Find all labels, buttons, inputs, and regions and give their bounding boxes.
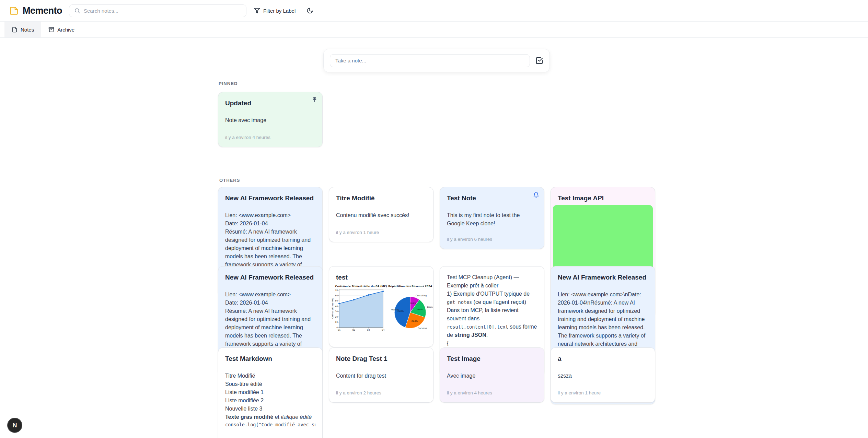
note-title: a bbox=[558, 355, 648, 363]
note-timestamp: il y a environ 1 heure bbox=[558, 386, 648, 395]
note-content: Content for drag test bbox=[336, 372, 426, 380]
svg-text:60: 60 bbox=[335, 294, 338, 296]
svg-text:50: 50 bbox=[335, 299, 338, 302]
note-title: Note Drag Test 1 bbox=[336, 355, 426, 363]
pie-chart: Répartition des Revenus 202410.0%Consult… bbox=[388, 284, 432, 335]
note-content: Avec image bbox=[447, 372, 537, 380]
tab-archive-label: Archive bbox=[57, 27, 74, 33]
svg-text:30: 30 bbox=[335, 310, 338, 312]
archive-icon bbox=[48, 27, 54, 33]
svg-text:40: 40 bbox=[335, 305, 338, 307]
note-card-test-image[interactable]: Test Image Avec image il y a environ 4 h… bbox=[440, 347, 544, 403]
note-content: szsza bbox=[558, 372, 648, 380]
note-title: New AI Framework Released bbox=[558, 273, 648, 282]
note-card-test-charts[interactable]: test Croissance Trimestrielle du CA (M€)… bbox=[329, 266, 433, 347]
note-title: Updated bbox=[225, 99, 315, 107]
svg-text:Produits: Produits bbox=[391, 308, 399, 311]
svg-text:10.0%: 10.0% bbox=[410, 302, 417, 304]
svg-text:Q4: Q4 bbox=[382, 329, 385, 331]
note-title: New AI Framework Released bbox=[225, 194, 315, 202]
funnel-icon bbox=[254, 8, 260, 14]
app-logo: Memento bbox=[9, 5, 62, 16]
note-timestamp: il y a environ 2 heures bbox=[336, 386, 426, 395]
note-content: Contenu modifié avec succès! bbox=[336, 211, 426, 220]
svg-text:25.0%: 25.0% bbox=[412, 320, 418, 322]
tab-archive[interactable]: Archive bbox=[41, 22, 82, 37]
pinned-section-label: PINNED bbox=[219, 81, 238, 86]
search-input[interactable] bbox=[84, 8, 241, 14]
tab-bar: Notes Archive bbox=[0, 22, 868, 38]
note-card-test-markdown[interactable]: Test Markdown Titre Modifié Sous-titre é… bbox=[218, 347, 323, 438]
note-title: test bbox=[336, 273, 426, 282]
check-square-icon bbox=[535, 57, 543, 64]
svg-text:Licenses: Licenses bbox=[427, 306, 434, 308]
svg-text:Croissance Trimestrielle du CA: Croissance Trimestrielle du CA (M€) bbox=[335, 285, 387, 288]
note-composer[interactable] bbox=[323, 49, 550, 72]
note-card-test-note[interactable]: Test Note This is my first note to test … bbox=[440, 187, 544, 249]
moon-icon bbox=[306, 7, 313, 14]
app-header: Memento Filter by Label bbox=[0, 0, 868, 22]
reminder-bell-icon[interactable] bbox=[533, 192, 539, 198]
note-content: Titre Modifié Sous-titre édité Liste mod… bbox=[225, 372, 315, 428]
search-icon bbox=[74, 8, 80, 14]
svg-text:Q3: Q3 bbox=[367, 329, 370, 331]
note-content: Note avec image bbox=[225, 116, 315, 125]
note-card-a[interactable]: a szsza il y a environ 1 heure bbox=[551, 347, 655, 403]
note-timestamp: il y a environ 4 heures bbox=[447, 386, 537, 395]
svg-text:20: 20 bbox=[335, 316, 338, 318]
search-box[interactable] bbox=[69, 4, 246, 17]
svg-text:Q2: Q2 bbox=[352, 329, 355, 331]
svg-text:70: 70 bbox=[335, 289, 338, 291]
filter-by-label-text: Filter by Label bbox=[263, 8, 296, 14]
note-title: Test Image bbox=[447, 355, 537, 363]
user-avatar[interactable]: N bbox=[7, 418, 22, 433]
svg-text:Consulting: Consulting bbox=[416, 294, 427, 297]
note-card-titre-modifie[interactable]: Titre Modifié Contenu modifié avec succè… bbox=[329, 187, 433, 242]
note-title: Titre Modifié bbox=[336, 194, 426, 202]
notes-board: PINNED Updated Note avec image il y a en… bbox=[218, 38, 655, 438]
svg-text:0: 0 bbox=[336, 326, 338, 329]
svg-text:Répartition des Revenus 2024: Répartition des Revenus 2024 bbox=[388, 285, 432, 288]
svg-text:20.0%: 20.0% bbox=[416, 308, 423, 310]
note-card-note-drag-test-1[interactable]: Note Drag Test 1 Content for drag test i… bbox=[329, 347, 433, 403]
note-title: Test Markdown bbox=[225, 355, 315, 363]
area-chart: Croissance Trimestrielle du CA (M€)Chiff… bbox=[331, 284, 386, 335]
note-timestamp: il y a environ 4 heures bbox=[225, 131, 315, 140]
note-timestamp: il y a environ 1 heure bbox=[225, 433, 315, 438]
svg-text:Q1: Q1 bbox=[338, 329, 341, 331]
note-title: Test Image API bbox=[558, 194, 648, 202]
others-section-label: OTHERS bbox=[219, 178, 240, 183]
svg-text:10: 10 bbox=[335, 321, 338, 323]
take-a-note-input[interactable] bbox=[330, 54, 530, 67]
svg-text:Services: Services bbox=[418, 327, 427, 329]
note-content: This is my first note to test the Google… bbox=[447, 211, 537, 228]
note-card-updated[interactable]: Updated Note avec image il y a environ 4… bbox=[218, 92, 323, 147]
tab-notes-label: Notes bbox=[21, 27, 34, 33]
note-title: New AI Framework Released bbox=[225, 273, 315, 282]
pin-icon[interactable] bbox=[312, 97, 317, 103]
svg-text:Chiffre d'affaires (M€): Chiffre d'affaires (M€) bbox=[332, 298, 334, 319]
new-checklist-button[interactable] bbox=[535, 57, 543, 64]
dark-mode-toggle[interactable] bbox=[306, 7, 313, 14]
note-timestamp: il y a environ 6 heures bbox=[447, 233, 537, 242]
app-title: Memento bbox=[23, 5, 62, 16]
note-title: Test Note bbox=[447, 194, 537, 202]
note-logo-icon bbox=[9, 6, 19, 15]
note-chart-image: Croissance Trimestrielle du CA (M€)Chiff… bbox=[331, 284, 431, 335]
filter-by-label-button[interactable]: Filter by Label bbox=[254, 8, 296, 14]
tab-notes[interactable]: Notes bbox=[4, 22, 41, 37]
file-icon bbox=[12, 27, 18, 33]
note-timestamp: il y a environ 1 heure bbox=[336, 226, 426, 235]
